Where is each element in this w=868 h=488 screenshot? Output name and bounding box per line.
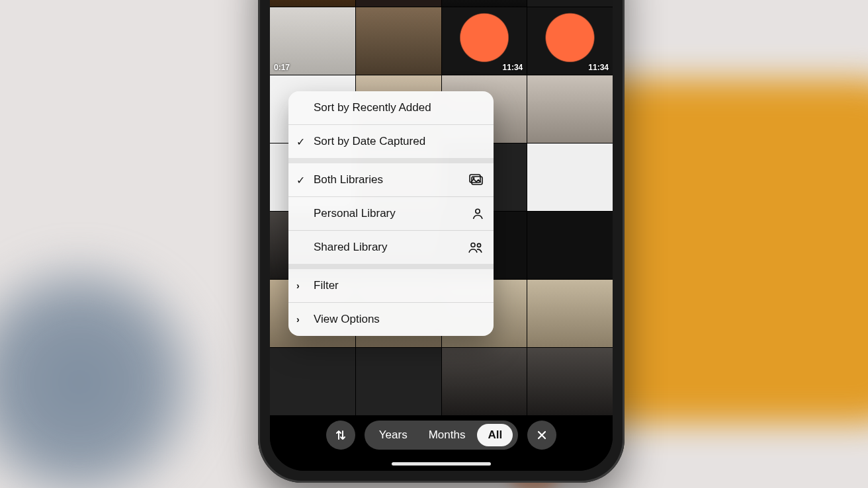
menu-personal-library[interactable]: Personal Library bbox=[288, 197, 494, 230]
sort-button[interactable] bbox=[326, 421, 355, 450]
photo-thumb[interactable] bbox=[356, 0, 441, 7]
sort-arrows-icon bbox=[334, 428, 347, 442]
svg-point-5 bbox=[477, 243, 480, 247]
checkmark-icon: ✓ bbox=[296, 136, 305, 148]
svg-point-3 bbox=[476, 209, 480, 213]
menu-shared-library[interactable]: Shared Library bbox=[288, 231, 494, 264]
iphone-screen: 0:17 11:34 11:34 bbox=[270, 0, 613, 471]
photo-thumb[interactable] bbox=[527, 143, 613, 211]
svg-point-4 bbox=[471, 243, 475, 247]
photo-thumb[interactable] bbox=[356, 348, 441, 415]
bottom-controls: Years Months All bbox=[270, 421, 613, 450]
photo-thumb[interactable] bbox=[527, 75, 613, 143]
photo-thumb[interactable]: 11:34 bbox=[527, 7, 613, 75]
checkmark-icon: ✓ bbox=[296, 174, 305, 186]
iphone-frame: 0:17 11:34 11:34 bbox=[258, 0, 625, 483]
photo-thumb[interactable] bbox=[270, 348, 355, 415]
menu-label: Shared Library bbox=[314, 241, 388, 254]
desk-scene: 0:17 11:34 11:34 bbox=[0, 0, 868, 488]
photo-thumb[interactable] bbox=[527, 280, 613, 347]
person-icon bbox=[471, 207, 484, 220]
video-duration: 0:17 bbox=[274, 63, 290, 72]
chevron-right-icon: › bbox=[296, 280, 300, 291]
photo-thumb[interactable] bbox=[442, 0, 527, 7]
photo-thumb[interactable] bbox=[527, 0, 613, 7]
segment-all[interactable]: All bbox=[477, 424, 513, 446]
photo-thumb[interactable] bbox=[527, 348, 613, 415]
group-separator bbox=[288, 264, 494, 269]
close-x-icon bbox=[536, 429, 548, 441]
menu-label: Sort by Date Captured bbox=[314, 135, 425, 148]
segment-months[interactable]: Months bbox=[418, 421, 476, 450]
menu-filter[interactable]: › Filter bbox=[288, 269, 494, 302]
time-range-segmented: Years Months All bbox=[365, 421, 518, 450]
menu-label: View Options bbox=[314, 313, 380, 326]
menu-label: Personal Library bbox=[314, 207, 396, 220]
menu-both-libraries[interactable]: ✓ Both Libraries bbox=[288, 163, 494, 196]
menu-sort-recently-added[interactable]: Sort by Recently Added bbox=[288, 91, 494, 124]
menu-label: Filter bbox=[314, 279, 339, 292]
video-timestamp: 11:34 bbox=[503, 63, 523, 72]
home-indicator[interactable] bbox=[392, 462, 491, 466]
menu-sort-date-captured[interactable]: ✓ Sort by Date Captured bbox=[288, 125, 494, 158]
photo-thumb[interactable] bbox=[442, 348, 527, 415]
menu-label: Both Libraries bbox=[314, 173, 383, 186]
photo-thumb[interactable]: 0:17 bbox=[270, 7, 355, 75]
library-options-menu: Sort by Recently Added ✓ Sort by Date Ca… bbox=[288, 91, 494, 336]
background-blur-left bbox=[0, 197, 265, 488]
chevron-right-icon: › bbox=[296, 314, 300, 325]
photo-thumb[interactable] bbox=[356, 7, 441, 75]
photo-thumb[interactable]: 11:34 bbox=[442, 7, 527, 75]
photo-thumb[interactable] bbox=[527, 212, 613, 279]
video-timestamp: 11:34 bbox=[588, 63, 609, 72]
menu-view-options[interactable]: › View Options bbox=[288, 303, 494, 336]
close-button[interactable] bbox=[527, 421, 556, 450]
group-separator bbox=[288, 158, 494, 163]
photo-thumb[interactable] bbox=[270, 0, 355, 7]
menu-label: Sort by Recently Added bbox=[314, 101, 431, 114]
segment-years[interactable]: Years bbox=[369, 421, 418, 450]
people-icon bbox=[467, 241, 484, 254]
photo-stack-icon bbox=[468, 173, 484, 186]
